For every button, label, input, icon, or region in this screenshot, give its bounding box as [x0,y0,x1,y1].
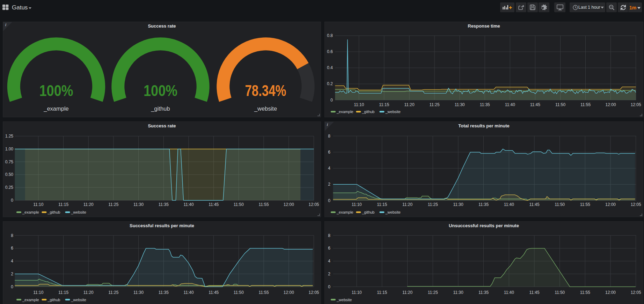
svg-text:_example: _example [43,105,69,112]
svg-text:12:00: 12:00 [606,102,616,107]
svg-text:100%: 100% [39,82,73,99]
svg-text:i: i [327,123,328,127]
svg-text:11:40: 11:40 [504,202,514,207]
svg-text:12:05: 12:05 [631,202,641,207]
svg-text:2: 2 [328,182,330,187]
svg-text:_example: _example [336,210,353,214]
svg-text:_website: _website [71,298,86,302]
svg-text:11:10: 11:10 [33,202,43,207]
svg-text:11:45: 11:45 [208,202,219,207]
svg-text:0: 0 [328,284,330,289]
svg-text:_github: _github [47,210,60,214]
svg-text:12:05: 12:05 [631,102,641,107]
svg-text:2: 2 [328,272,330,276]
svg-text:0.75: 0.75 [5,160,14,164]
svg-text:11:50: 11:50 [555,290,565,295]
svg-text:11:35: 11:35 [159,290,169,295]
svg-text:4: 4 [328,166,330,171]
svg-text:12:00: 12:00 [605,202,616,207]
svg-text:0: 0 [11,198,13,203]
svg-text:_example: _example [22,210,39,214]
svg-text:0.25: 0.25 [5,185,14,190]
svg-text:11:40: 11:40 [183,290,193,295]
svg-text:_website: _website [254,105,277,112]
svg-text:_website: _website [336,298,352,302]
svg-text:12:00: 12:00 [284,202,294,207]
svg-text:6: 6 [328,246,330,251]
svg-text:11:30: 11:30 [453,202,463,207]
svg-text:0.8: 0.8 [327,33,333,38]
svg-text:0.50: 0.50 [5,172,14,177]
svg-text:11:15: 11:15 [58,202,68,207]
svg-text:2: 2 [11,272,13,276]
svg-text:6: 6 [11,246,13,251]
svg-text:_example: _example [22,298,39,302]
svg-text:_github: _github [151,105,170,112]
svg-text:11:50: 11:50 [555,102,565,107]
svg-text:1.25: 1.25 [5,134,14,139]
svg-text:78.34%: 78.34% [245,82,286,99]
svg-text:11:35: 11:35 [478,202,489,207]
svg-text:_example: _example [336,110,353,114]
svg-text:11:20: 11:20 [404,102,414,107]
svg-text:11:55: 11:55 [580,102,591,107]
svg-text:11:45: 11:45 [529,202,539,207]
svg-text:11:15: 11:15 [58,290,68,295]
svg-text:0: 0 [11,284,13,289]
svg-text:0: 0 [330,98,333,103]
svg-text:11:30: 11:30 [455,102,465,107]
svg-text:6: 6 [328,150,330,155]
svg-text:12:00: 12:00 [284,290,294,295]
svg-text:4: 4 [328,259,330,264]
svg-text:4: 4 [11,259,13,264]
svg-text:11:50: 11:50 [234,290,244,295]
svg-text:11:15: 11:15 [377,290,387,295]
svg-text:11:55: 11:55 [259,202,269,207]
svg-text:11:45: 11:45 [529,290,539,295]
svg-text:11:35: 11:35 [480,102,490,107]
svg-text:11:50: 11:50 [234,202,244,207]
svg-text:11:10: 11:10 [33,290,43,295]
svg-text:12:05: 12:05 [631,290,641,295]
svg-text:12:05: 12:05 [308,290,319,295]
svg-text:0.2: 0.2 [327,81,333,86]
svg-text:_website: _website [71,210,86,214]
svg-text:_website: _website [385,210,401,214]
svg-text:11:30: 11:30 [133,290,144,295]
svg-text:11:20: 11:20 [83,290,94,295]
svg-text:11:40: 11:40 [504,290,514,295]
svg-text:11:30: 11:30 [133,202,144,207]
svg-text:12:00: 12:00 [605,290,616,295]
svg-text:_website: _website [385,110,401,114]
svg-text:_github: _github [361,210,374,214]
svg-text:100%: 100% [144,82,177,99]
svg-text:11:10: 11:10 [352,202,362,207]
svg-text:11:20: 11:20 [402,202,412,207]
svg-text:11:55: 11:55 [580,202,590,207]
svg-text:11:25: 11:25 [428,290,438,295]
svg-text:11:20: 11:20 [83,202,94,207]
svg-text:12:05: 12:05 [308,202,319,207]
svg-text:11:10: 11:10 [352,290,362,295]
svg-text:0: 0 [328,198,330,203]
svg-text:0.4: 0.4 [327,65,333,70]
svg-text:_github: _github [47,298,60,302]
svg-text:0.6: 0.6 [327,49,333,54]
svg-text:8: 8 [328,134,330,139]
svg-text:11:25: 11:25 [428,202,438,207]
svg-text:11:35: 11:35 [478,290,489,295]
svg-text:11:40: 11:40 [505,102,515,107]
svg-text:i: i [5,23,6,27]
svg-text:11:20: 11:20 [402,290,412,295]
svg-text:11:30: 11:30 [453,290,463,295]
svg-text:_github: _github [361,110,374,114]
svg-text:11:45: 11:45 [208,290,219,295]
svg-text:8: 8 [328,233,330,238]
svg-text:11:55: 11:55 [580,290,590,295]
svg-text:8: 8 [11,233,13,238]
svg-text:11:35: 11:35 [159,202,169,207]
svg-text:1.00: 1.00 [5,147,14,151]
svg-text:11:10: 11:10 [354,102,364,107]
svg-text:11:25: 11:25 [430,102,440,107]
svg-text:11:50: 11:50 [555,202,565,207]
